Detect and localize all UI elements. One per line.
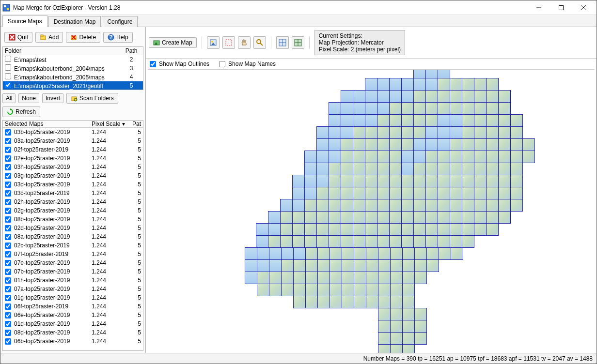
map-tile[interactable] bbox=[474, 126, 487, 139]
all-button[interactable]: All bbox=[2, 93, 16, 103]
map-tile[interactable] bbox=[425, 163, 438, 175]
map-tile[interactable] bbox=[402, 247, 415, 260]
map-tile[interactable] bbox=[462, 163, 474, 175]
map-tile[interactable] bbox=[377, 187, 390, 199]
map-tile[interactable] bbox=[401, 199, 414, 212]
map-tile[interactable] bbox=[413, 126, 426, 139]
map-checkbox[interactable] bbox=[5, 312, 11, 318]
map-tile[interactable] bbox=[413, 223, 426, 236]
map-tile[interactable] bbox=[304, 199, 317, 212]
map-tile[interactable] bbox=[377, 126, 390, 139]
map-row[interactable]: 02g-top25raster-20191.2445 bbox=[3, 206, 143, 215]
map-tile[interactable] bbox=[341, 235, 353, 248]
map-row[interactable]: 01d-top25raster-20191.2445 bbox=[3, 319, 143, 328]
map-tile[interactable] bbox=[474, 199, 487, 212]
map-tile[interactable] bbox=[402, 296, 415, 308]
map-tile[interactable] bbox=[329, 114, 341, 127]
map-tile[interactable] bbox=[316, 175, 329, 187]
map-tile[interactable] bbox=[269, 272, 282, 284]
map-tile[interactable] bbox=[413, 102, 426, 115]
map-tile[interactable] bbox=[413, 199, 426, 212]
map-tile[interactable] bbox=[366, 272, 378, 284]
map-tile[interactable] bbox=[377, 163, 390, 175]
map-tile[interactable] bbox=[304, 211, 317, 224]
map-tile[interactable] bbox=[390, 296, 403, 308]
map-tile[interactable] bbox=[438, 138, 450, 151]
delete-button[interactable]: Delete bbox=[66, 32, 100, 43]
map-checkbox[interactable] bbox=[5, 251, 11, 258]
map-tile[interactable] bbox=[462, 78, 474, 91]
map-tile[interactable] bbox=[353, 199, 365, 212]
map-tile[interactable] bbox=[389, 211, 402, 224]
create-map-button[interactable]: Create Map bbox=[149, 37, 197, 48]
map-tile[interactable] bbox=[414, 332, 427, 345]
map-tile[interactable] bbox=[281, 284, 294, 296]
map-tile[interactable] bbox=[486, 151, 499, 163]
map-tile[interactable] bbox=[462, 235, 474, 248]
map-tile[interactable] bbox=[425, 78, 438, 91]
map-tile[interactable] bbox=[414, 272, 427, 284]
map-tile[interactable] bbox=[292, 211, 305, 224]
map-checkbox[interactable] bbox=[5, 295, 11, 301]
map-tile[interactable] bbox=[293, 272, 306, 284]
map-row[interactable]: 07a-top25raster-20191.2445 bbox=[3, 285, 143, 293]
minimize-button[interactable] bbox=[528, 0, 550, 15]
map-tile[interactable] bbox=[293, 259, 306, 272]
map-tile[interactable] bbox=[366, 247, 378, 260]
map-tile[interactable] bbox=[353, 138, 365, 151]
map-tile[interactable] bbox=[377, 90, 390, 103]
map-tile[interactable] bbox=[486, 138, 499, 151]
map-tile[interactable] bbox=[486, 199, 499, 212]
map-tile[interactable] bbox=[365, 175, 377, 187]
map-tile[interactable] bbox=[316, 223, 329, 236]
map-tile[interactable] bbox=[257, 247, 269, 260]
map-row[interactable]: 03d-top25raster-20191.2445 bbox=[3, 180, 143, 189]
map-tile[interactable] bbox=[353, 163, 365, 175]
map-tile[interactable] bbox=[401, 211, 414, 224]
map-checkbox[interactable] bbox=[5, 129, 11, 136]
map-tile[interactable] bbox=[486, 211, 499, 224]
map-tile[interactable] bbox=[389, 114, 402, 127]
map-tile[interactable] bbox=[486, 163, 499, 175]
select-rect-icon[interactable] bbox=[222, 36, 235, 49]
names-check[interactable] bbox=[219, 61, 225, 67]
map-tile[interactable] bbox=[377, 138, 390, 151]
map-checkbox[interactable] bbox=[5, 260, 11, 266]
map-tile[interactable] bbox=[389, 223, 402, 236]
map-tile[interactable] bbox=[378, 284, 391, 296]
map-tile[interactable] bbox=[498, 175, 511, 187]
map-tile[interactable] bbox=[510, 199, 523, 212]
map-row[interactable]: 08d-top25raster-20191.2445 bbox=[3, 328, 143, 337]
map-tile[interactable] bbox=[425, 175, 438, 187]
map-tile[interactable] bbox=[450, 187, 462, 199]
map-tile[interactable] bbox=[316, 235, 329, 248]
map-tile[interactable] bbox=[462, 211, 474, 224]
map-tile[interactable] bbox=[389, 175, 402, 187]
map-tile[interactable] bbox=[425, 114, 438, 127]
map-tile[interactable] bbox=[438, 78, 450, 91]
map-tile[interactable] bbox=[365, 211, 377, 224]
map-tile[interactable] bbox=[329, 199, 341, 212]
image-tool-icon[interactable] bbox=[207, 36, 220, 49]
map-tile[interactable] bbox=[280, 235, 293, 248]
map-tile[interactable] bbox=[245, 247, 257, 260]
map-view[interactable] bbox=[146, 70, 597, 353]
map-tile[interactable] bbox=[462, 175, 474, 187]
map-checkbox[interactable] bbox=[5, 269, 11, 275]
map-tile[interactable] bbox=[402, 284, 415, 296]
map-tile[interactable] bbox=[498, 151, 511, 163]
map-tile[interactable] bbox=[378, 332, 391, 345]
help-button[interactable]: ?Help bbox=[103, 32, 133, 43]
map-tile[interactable] bbox=[498, 114, 511, 127]
map-tile[interactable] bbox=[377, 175, 390, 187]
grid-icon-1[interactable] bbox=[276, 36, 289, 49]
map-checkbox[interactable] bbox=[5, 286, 11, 292]
map-tile[interactable] bbox=[450, 114, 462, 127]
map-tile[interactable] bbox=[510, 175, 523, 187]
map-tile[interactable] bbox=[425, 102, 438, 115]
map-tile[interactable] bbox=[329, 235, 341, 248]
map-tile[interactable] bbox=[486, 126, 499, 139]
map-tile[interactable] bbox=[401, 126, 414, 139]
map-tile[interactable] bbox=[425, 187, 438, 199]
map-tile[interactable] bbox=[498, 138, 511, 151]
